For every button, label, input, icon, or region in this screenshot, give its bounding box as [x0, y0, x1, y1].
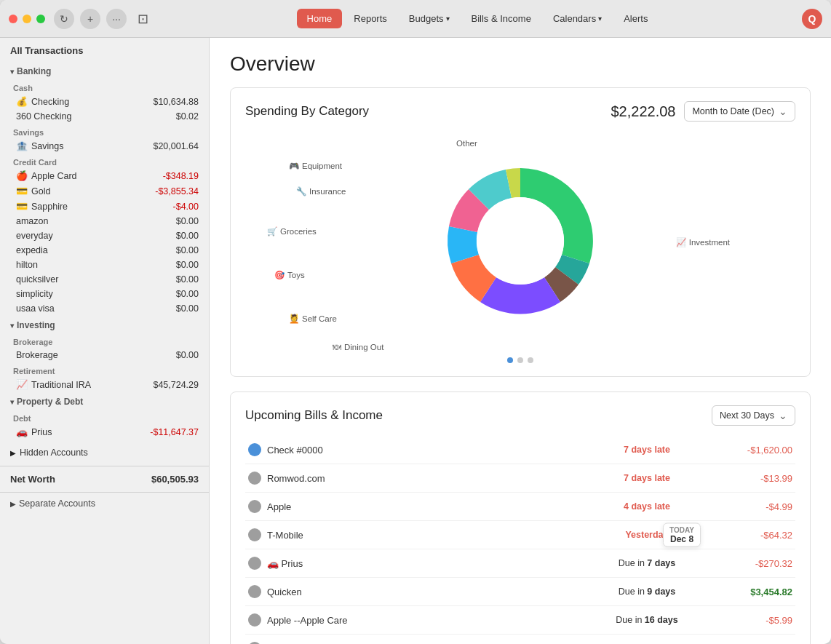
spending-header: Spending By Category $2,222.08 Month to … [245, 101, 795, 122]
bill-amount-apple: -$4.99 [705, 501, 792, 512]
bill-name-check0000: Check #0000 [267, 445, 589, 456]
sidebar-item-amazon[interactable]: amazon $0.00 [0, 214, 209, 228]
savings-icon: 🏦 [16, 140, 28, 151]
bill-icon-romwod [248, 472, 261, 485]
sidebar-subsection-savings: Savings [0, 127, 209, 138]
nav-budgets[interactable]: Budgets [399, 9, 460, 28]
nav-calendars[interactable]: Calendars [543, 9, 612, 28]
simplicity-value: $0.00 [176, 289, 199, 299]
simplicity-name: simplicity [16, 289, 176, 299]
collapse-property-icon: ▾ [10, 398, 14, 406]
bill-row-applecare[interactable]: Apple --Apple Care Due in 16 days -$5.99 [245, 606, 795, 635]
groceries-icon: 🛒 [267, 226, 277, 236]
bill-row-comcast[interactable]: Comcast Due in 20 days -$50.00 [245, 635, 795, 644]
label-groceries: 🛒 Groceries [267, 226, 317, 236]
sidebar-hidden-accounts[interactable]: ▶ Hidden Accounts [0, 445, 209, 460]
gold-value: -$3,855.34 [155, 186, 199, 196]
bill-row-quicken[interactable]: Quicken Due in 9 days $3,454.82 [245, 578, 795, 606]
sidebar-item-applecard[interactable]: 🍎 Apple Card -$348.19 [0, 168, 209, 183]
bill-amount-prius: -$270.32 [705, 558, 792, 569]
sidebar-item-360checking[interactable]: 360 Checking $0.02 [0, 109, 209, 124]
sidebar-item-usaavisa[interactable]: usaa visa $0.00 [0, 301, 209, 316]
quicksilver-value: $0.00 [176, 274, 199, 285]
nav-home[interactable]: Home [297, 9, 343, 28]
sidebar-item-simplicity[interactable]: simplicity $0.00 [0, 287, 209, 301]
dot-1[interactable] [507, 357, 513, 363]
sidebar-item-brokerage[interactable]: Brokerage $0.00 [0, 348, 209, 362]
brokerage-name: Brokerage [16, 350, 176, 360]
360checking-value: $0.02 [176, 111, 199, 122]
spending-period-dropdown[interactable]: Month to Date (Dec) [684, 101, 795, 122]
bill-row-check0000[interactable]: Check #0000 7 days late -$1,620.00 [245, 436, 795, 464]
checking-icon: 💰 [16, 96, 28, 107]
bill-status-prius: Due in 7 days [589, 558, 705, 568]
360checking-name: 360 Checking [16, 111, 176, 122]
sidebar-item-everyday[interactable]: everyday $0.00 [0, 228, 209, 243]
sidebar-item-sapphire[interactable]: 💳 Sapphire -$4.00 [0, 199, 209, 214]
sidebar-item-prius[interactable]: 🚗 Prius -$11,647.37 [0, 424, 209, 440]
investing-label: Investing [17, 320, 55, 330]
label-insurance: 🔧 Insurance [296, 186, 346, 196]
bill-name-prius: 🚗 Prius [267, 558, 589, 569]
bill-amount-check0000: -$1,620.00 [705, 445, 792, 456]
bill-name-tmobile: T-Mobile [267, 530, 589, 541]
gold-icon: 💳 [16, 186, 28, 196]
investment-icon: 📈 [676, 237, 686, 247]
dot-2[interactable] [517, 357, 523, 363]
label-equipment: 🎮 Equipment [289, 161, 342, 171]
sidebar-item-quicksilver[interactable]: quicksilver $0.00 [0, 272, 209, 287]
usaavisa-value: $0.00 [176, 303, 199, 314]
banking-label: Banking [17, 66, 51, 76]
quicksilver-name: quicksilver [16, 274, 176, 285]
sidebar-toggle-button[interactable]: ⊡ [132, 9, 153, 29]
expand-hidden-icon: ▶ [10, 449, 16, 457]
sidebar-section-banking[interactable]: ▾ Banking [0, 62, 209, 79]
prius-value: -$11,647.37 [150, 427, 199, 437]
sidebar-item-gold[interactable]: 💳 Gold -$3,855.34 [0, 183, 209, 199]
nav-reports[interactable]: Reports [343, 9, 397, 28]
quicken-logo: Q [802, 9, 822, 29]
bills-title: Upcoming Bills & Income [245, 408, 383, 423]
sidebar: All Transactions ▾ Banking Cash 💰 Checki… [0, 38, 210, 644]
bill-amount-applecare: -$5.99 [705, 615, 792, 626]
separate-accounts[interactable]: ▶ Separate Accounts [0, 492, 209, 514]
svg-point-0 [477, 197, 564, 285]
sidebar-all-transactions[interactable]: All Transactions [0, 38, 209, 62]
sapphire-icon: 💳 [16, 201, 28, 212]
expand-separate-icon: ▶ [10, 500, 16, 508]
bill-row-apple[interactable]: Apple 4 days late -$4.99 [245, 493, 795, 521]
maximize-button[interactable] [36, 15, 45, 23]
titlebar-controls: ↻ + ··· ⊡ [54, 9, 153, 29]
net-worth-bar: Net Worth $60,505.93 [0, 466, 209, 492]
refresh-button[interactable]: ↻ [54, 9, 74, 29]
dot-3[interactable] [528, 357, 533, 363]
bill-amount-tmobile: -$64.32 [705, 530, 792, 541]
sidebar-section-property-debt[interactable]: ▾ Property & Debt [0, 392, 209, 410]
bill-row-prius[interactable]: 🚗 Prius Due in 7 days -$270.32 [245, 549, 795, 578]
minimize-button[interactable] [23, 15, 31, 23]
content-area: Overview Spending By Category $2,222.08 … [210, 38, 831, 644]
sidebar-item-hilton[interactable]: hilton $0.00 [0, 258, 209, 272]
navbar: Home Reports Budgets Bills & Income Cale… [153, 9, 802, 28]
app-window: ↻ + ··· ⊡ Home Reports Budgets Bills & I… [0, 0, 831, 644]
more-button[interactable]: ··· [106, 9, 127, 29]
close-button[interactable] [9, 15, 17, 23]
sidebar-item-traditional-ira[interactable]: 📈 Traditional IRA $45,724.29 [0, 377, 209, 392]
brokerage-value: $0.00 [176, 350, 199, 360]
new-tab-button[interactable]: + [80, 9, 100, 29]
bill-status-apple: 4 days late [589, 501, 705, 512]
main-layout: All Transactions ▾ Banking Cash 💰 Checki… [0, 38, 831, 644]
bills-period-dropdown[interactable]: Next 30 Days [712, 405, 795, 426]
sidebar-section-investing[interactable]: ▾ Investing [0, 316, 209, 333]
nav-alerts[interactable]: Alerts [613, 9, 658, 28]
sidebar-item-checking[interactable]: 💰 Checking $10,634.88 [0, 94, 209, 109]
sidebar-item-savings[interactable]: 🏦 Savings $20,001.64 [0, 138, 209, 154]
bill-amount-romwod: -$13.99 [705, 473, 792, 484]
nav-bills-income[interactable]: Bills & Income [461, 9, 541, 28]
bill-row-romwod[interactable]: Romwod.com 7 days late -$13.99 [245, 464, 795, 493]
sidebar-item-expedia[interactable]: expedia $0.00 [0, 243, 209, 258]
usaavisa-name: usaa visa [16, 303, 176, 314]
diningout-icon: 🍽 [333, 343, 341, 351]
bill-row-tmobile[interactable]: T-Mobile Yesterday -$64.32 TODAY Dec 8 [245, 521, 795, 549]
hilton-value: $0.00 [176, 260, 199, 270]
